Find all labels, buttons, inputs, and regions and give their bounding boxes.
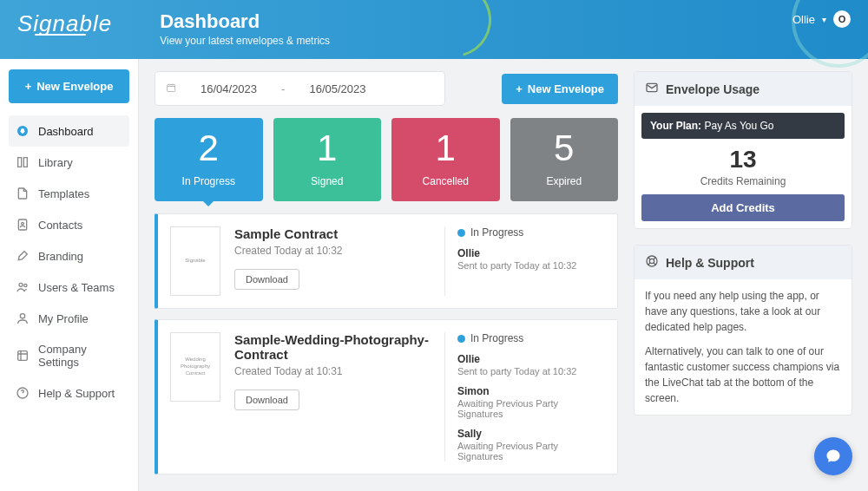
nav-label: Templates xyxy=(38,187,89,200)
metric-signed[interactable]: 1Signed xyxy=(273,118,382,201)
new-envelope-button[interactable]: + New Envelope xyxy=(9,69,129,103)
party-status: Sent to party Today at 10:32 xyxy=(457,366,605,376)
party-status: Awaiting Previous Party Signatures xyxy=(457,441,605,462)
sidebar-item-users-teams[interactable]: Users & Teams xyxy=(9,272,129,303)
party-name: Ollie xyxy=(457,247,605,259)
lifebuoy-icon xyxy=(645,254,659,271)
envelope-created: Created Today at 10:32 xyxy=(234,245,431,257)
nav-label: Company Settings xyxy=(38,343,122,369)
date-separator: - xyxy=(281,82,285,95)
status-text: In Progress xyxy=(470,226,523,239)
metric-value: 5 xyxy=(510,130,619,167)
svg-point-4 xyxy=(24,284,27,286)
nav-label: Users & Teams xyxy=(38,281,115,294)
download-button[interactable]: Download xyxy=(234,269,299,290)
metric-label: Cancelled xyxy=(391,175,500,187)
svg-point-2 xyxy=(22,222,24,225)
calendar-icon xyxy=(166,82,176,95)
chat-fab[interactable] xyxy=(814,437,852,475)
envelope-title: Sample-Wedding-Photography-Contract xyxy=(234,332,431,362)
page-subtitle: View your latest envelopes & metrics xyxy=(160,35,330,47)
plan-name: Pay As You Go xyxy=(704,120,773,132)
nav-label: My Profile xyxy=(38,312,89,325)
party-block: OllieSent to party Today at 10:32 xyxy=(457,247,605,271)
party-name: Ollie xyxy=(457,353,605,365)
nav-label: Contacts xyxy=(38,219,82,232)
svg-point-3 xyxy=(19,283,23,286)
metrics-row: 2In Progress1Signed1Cancelled5Expired xyxy=(155,118,618,201)
user-avatar-badge: O xyxy=(833,10,851,28)
nav-label: Branding xyxy=(38,250,83,263)
download-button[interactable]: Download xyxy=(234,390,299,410)
help-support-panel: Help & Support If you need any help usin… xyxy=(634,245,852,416)
nav-label: Dashboard xyxy=(38,125,94,138)
envelope-card[interactable]: SignableSample ContractCreated Today at … xyxy=(155,213,618,309)
date-from: 16/04/2023 xyxy=(201,82,257,95)
metric-value: 2 xyxy=(155,130,263,167)
svg-rect-6 xyxy=(18,351,28,361)
plan-bar: Your Plan: Pay As You Go xyxy=(641,113,845,139)
envelope-list: SignableSample ContractCreated Today at … xyxy=(155,213,618,475)
credits-label: Credits Remaining xyxy=(635,175,852,187)
profile-icon xyxy=(16,311,30,325)
help-text-2: Alternatively, you can talk to one of ou… xyxy=(645,344,841,406)
status-dot-icon xyxy=(457,229,465,237)
sidebar-item-branding[interactable]: Branding xyxy=(9,240,129,272)
sidebar-item-help-support[interactable]: Help & Support xyxy=(9,377,129,409)
envelope-created: Created Today at 10:31 xyxy=(234,365,431,377)
help-title: Help & Support xyxy=(666,256,754,270)
status-dot-icon xyxy=(457,335,465,343)
metric-label: Signed xyxy=(273,175,382,187)
party-status: Sent to party Today at 10:32 xyxy=(457,260,605,271)
settings-icon xyxy=(16,349,30,363)
envelope-usage-panel: Envelope Usage Your Plan: Pay As You Go … xyxy=(634,71,852,229)
metric-expired[interactable]: 5Expired xyxy=(510,118,619,201)
metric-label: Expired xyxy=(510,175,619,187)
metric-value: 1 xyxy=(273,130,382,167)
brush-icon xyxy=(16,249,30,263)
svg-point-5 xyxy=(20,314,24,318)
metric-in-progress[interactable]: 2In Progress xyxy=(155,118,263,201)
envelope-icon xyxy=(645,81,659,97)
sidebar-item-dashboard[interactable]: Dashboard xyxy=(9,115,129,147)
new-envelope-label: New Envelope xyxy=(36,80,113,93)
users-icon xyxy=(16,280,30,294)
sidebar-item-templates[interactable]: Templates xyxy=(9,178,129,209)
new-envelope-button-top[interactable]: + New Envelope xyxy=(502,74,618,104)
date-range-picker[interactable]: 16/04/2023 - 16/05/2023 xyxy=(155,71,445,106)
file-icon xyxy=(16,187,30,200)
help-text-1: If you need any help using the app, or h… xyxy=(645,288,841,335)
plus-icon: + xyxy=(25,80,32,93)
party-block: OllieSent to party Today at 10:32 xyxy=(457,353,605,376)
party-block: SimonAwaiting Previous Party Signatures xyxy=(457,385,605,419)
user-menu[interactable]: Ollie ▾ O xyxy=(792,10,851,28)
help-icon xyxy=(16,386,30,400)
chevron-down-icon: ▾ xyxy=(822,15,826,24)
nav-label: Help & Support xyxy=(38,387,115,400)
party-name: Sally xyxy=(457,428,605,440)
new-envelope-label: New Envelope xyxy=(528,82,604,95)
status-pill: In Progress xyxy=(457,332,605,344)
credits-count: 13 xyxy=(635,146,852,173)
party-name: Simon xyxy=(457,385,605,397)
status-pill: In Progress xyxy=(457,226,605,239)
envelope-card[interactable]: Wedding Photography ContractSample-Weddi… xyxy=(155,319,618,475)
metric-cancelled[interactable]: 1Cancelled xyxy=(391,118,500,201)
page-title: Dashboard xyxy=(160,10,330,33)
plus-icon: + xyxy=(516,82,523,95)
sidebar-item-library[interactable]: Library xyxy=(9,147,129,178)
plan-label: Your Plan: xyxy=(650,120,701,132)
sidebar-item-my-profile[interactable]: My Profile xyxy=(9,303,129,334)
party-status: Awaiting Previous Party Signatures xyxy=(457,398,605,419)
svg-point-11 xyxy=(649,259,654,263)
library-icon xyxy=(16,155,30,169)
sidebar-item-contacts[interactable]: Contacts xyxy=(9,209,129,240)
add-credits-button[interactable]: Add Credits xyxy=(641,194,845,221)
metric-value: 1 xyxy=(391,130,500,167)
date-to: 16/05/2023 xyxy=(309,82,365,95)
envelope-thumbnail: Wedding Photography Contract xyxy=(170,332,220,402)
chat-icon xyxy=(825,448,842,465)
metric-label: In Progress xyxy=(155,175,263,187)
logo: Signable xyxy=(17,10,112,37)
sidebar-item-company-settings[interactable]: Company Settings xyxy=(9,334,129,377)
